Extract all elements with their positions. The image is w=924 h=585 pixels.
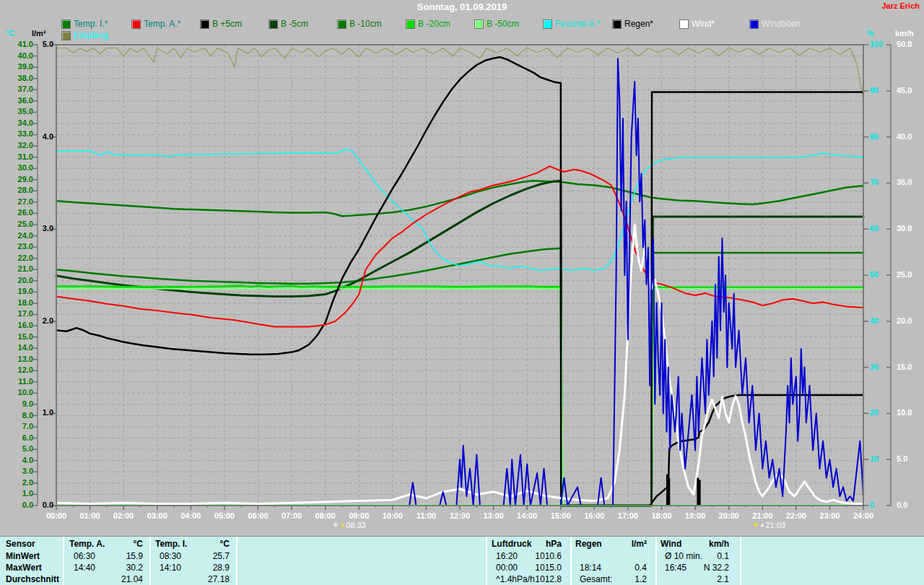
legend-label: Feuchte A.* — [555, 19, 600, 29]
legend-label: Empfang — [74, 30, 108, 40]
legend-item-b-minus10[interactable]: B -10cm — [337, 19, 382, 29]
time-label: 24:00 — [849, 511, 878, 521]
weather-logger-window: Sonntag, 01.09.2019 Jarz Erich °Cl/m²%km… — [0, 0, 924, 585]
legend-swatch-feuchte-icon — [543, 20, 552, 29]
table-row-label: Durchschnitt — [6, 574, 59, 585]
series-windboeen — [56, 58, 863, 506]
temp-axis-label: 20.0 — [4, 276, 33, 285]
pct-axis-label: 30 — [870, 363, 879, 372]
legend-item-empfang[interactable]: Empfang — [61, 30, 108, 40]
table-divider — [570, 537, 572, 585]
temp-axis-label: 12.0 — [4, 365, 33, 375]
table-cell-regen-value: 0.4 — [575, 563, 647, 573]
table-divider — [740, 537, 741, 585]
wind-axis-label: 35.0 — [897, 178, 912, 187]
series-regen-summe — [650, 395, 863, 506]
temp-axis-label: 11.0 — [4, 377, 33, 386]
time-label: 16:00 — [580, 511, 609, 521]
series-b-minus5 — [56, 181, 863, 506]
temp-axis-label: 34.0 — [4, 118, 33, 128]
chart-legend: Temp. I.*Temp. A.*B +5cmB -5cmB -10cmB -… — [0, 0, 924, 585]
wind-axis-label: 50.0 — [897, 40, 912, 49]
temp-axis-label: 30.0 — [4, 163, 33, 173]
temp-axis-label: 18.0 — [4, 298, 33, 308]
legend-item-feuchte[interactable]: Feuchte A.* — [543, 19, 600, 29]
table-unit-luftdruck: hPa — [492, 539, 562, 550]
pct-axis-label: 40 — [870, 316, 879, 326]
legend-item-b-minus50[interactable]: B -50cm — [474, 19, 519, 29]
time-label: 20:00 — [715, 511, 744, 521]
time-label: 23:00 — [815, 511, 844, 521]
temp-axis-label: 22.0 — [4, 254, 33, 263]
pct-axis-label: 10 — [870, 454, 879, 464]
pct-axis-label: 90 — [870, 86, 879, 95]
series-feuchte — [56, 150, 863, 271]
time-label: 22:00 — [782, 511, 811, 521]
pct-axis-label: 100 — [870, 40, 883, 49]
temp-axis-label: 24.0 — [4, 231, 33, 240]
temp-axis-label: 1.0 — [4, 489, 33, 498]
table-cell-temp-i-value: 25.7 — [155, 551, 230, 562]
legend-swatch-b-minus50-icon — [474, 20, 484, 29]
wind-axis-label: 45.0 — [897, 86, 912, 95]
legend-item-windboeen[interactable]: Windböen — [749, 19, 801, 29]
temp-axis-label: 27.0 — [4, 197, 33, 207]
temp-axis-label: 6.0 — [4, 433, 33, 443]
table-unit-regen: l/m² — [575, 539, 647, 550]
legend-item-b-minus20[interactable]: B -20cm — [406, 19, 450, 29]
time-label: 08:00 — [311, 511, 340, 521]
temp-axis-label: 25.0 — [4, 220, 33, 229]
rain-axis-label: 3.0 — [32, 224, 53, 233]
legend-item-temp-a[interactable]: Temp. A.* — [131, 19, 180, 29]
legend-label: B -10cm — [349, 19, 382, 29]
series-b-minus20 — [56, 286, 863, 506]
triangle-icon: ▲ — [760, 521, 765, 529]
temp-axis-label: 38.0 — [4, 74, 33, 83]
temp-axis-label: 16.0 — [4, 321, 33, 330]
legend-item-regen[interactable]: Regen* — [612, 19, 653, 29]
legend-item-wind[interactable]: Wind* — [679, 19, 715, 29]
temp-axis-label: 8.0 — [4, 411, 33, 420]
table-divider — [486, 537, 487, 585]
sunrise-time: 08:33 — [346, 521, 366, 529]
legend-label: Regen* — [624, 19, 653, 29]
time-label: 11:00 — [411, 511, 440, 521]
pct-axis-unit: % — [867, 29, 874, 38]
legend-swatch-b-minus10-icon — [337, 20, 346, 29]
pct-axis-label: 20 — [870, 408, 879, 417]
wind-axis-label: 20.0 — [897, 316, 912, 326]
temp-axis-label: 31.0 — [4, 152, 33, 162]
table-cell-temp-i-value: 27.18 — [155, 574, 230, 585]
table-unit-temp-a: °C — [69, 539, 143, 550]
series-temp-i — [56, 181, 863, 216]
legend-item-b-minus5[interactable]: B -5cm — [269, 19, 308, 29]
table-divider — [63, 537, 64, 585]
table-cell-wind-value: N 32.2 — [661, 563, 729, 573]
temp-axis-label: 21.0 — [4, 264, 33, 274]
rain-axis-label: 0.0 — [32, 500, 53, 510]
temp-axis-label: 32.0 — [4, 141, 33, 150]
temp-axis-label: 41.0 — [4, 40, 33, 49]
legend-swatch-b-minus20-icon — [406, 20, 415, 29]
series-b-minus10 — [56, 248, 863, 506]
arrow-down-icon: ▼ — [753, 521, 759, 529]
temp-axis-label: 39.0 — [4, 62, 33, 72]
legend-item-b-plus5[interactable]: B +5cm — [200, 19, 242, 29]
legend-label: B -20cm — [418, 19, 450, 29]
legend-swatch-b-minus5-icon — [269, 20, 278, 29]
table-divider — [236, 537, 237, 585]
temp-axis-label: 10.0 — [4, 388, 33, 397]
table-unit-wind: km/h — [661, 539, 729, 550]
time-label: 21:00 — [748, 511, 777, 521]
legend-swatch-empfang-icon — [61, 31, 71, 40]
temp-axis-unit: °C — [6, 29, 14, 38]
temp-axis-label: 0.0 — [4, 500, 33, 510]
temp-axis-label: 19.0 — [4, 287, 33, 296]
legend-item-temp-i[interactable]: Temp. I.* — [61, 19, 108, 29]
legend-swatch-regen-icon — [612, 20, 622, 29]
rain-axis-label: 4.0 — [32, 132, 53, 142]
temp-axis-label: 40.0 — [4, 51, 33, 61]
user-name: Jarz Erich — [881, 1, 920, 10]
pct-axis-label: 50 — [870, 270, 879, 280]
wind-axis-label: 5.0 — [897, 454, 907, 464]
